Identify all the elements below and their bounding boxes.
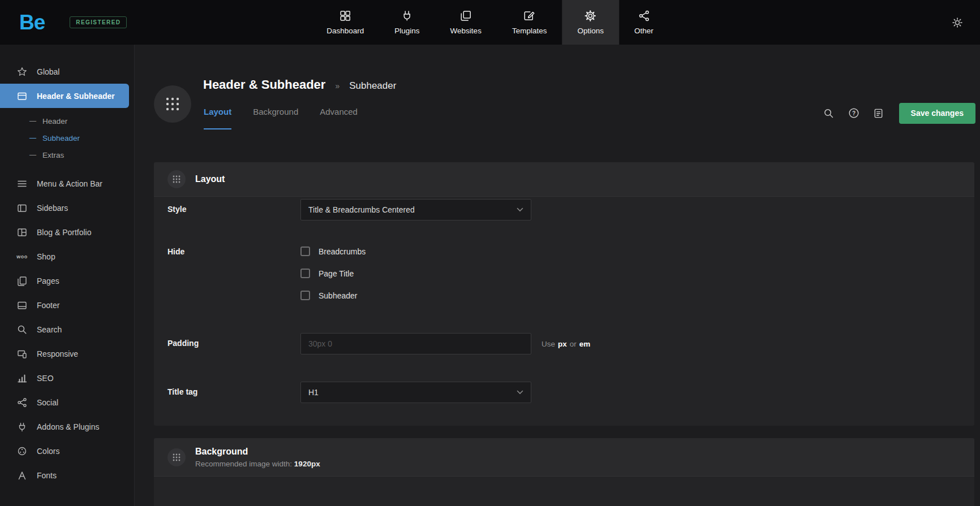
breadcrumb: Header & Subheader » Subheader (203, 77, 396, 92)
sidebar-item-menu-action-bar[interactable]: Menu & Action Bar (0, 171, 134, 196)
help-text: or (570, 340, 577, 348)
padding-row: Padding Use px or em (154, 300, 974, 354)
changelog-note-icon[interactable] (866, 102, 891, 124)
pages-copy-icon (17, 276, 27, 286)
sidebar-item-header-subheader[interactable]: Header & Subheader (0, 84, 129, 108)
search-icon (17, 325, 27, 335)
nav-templates[interactable]: Templates (497, 0, 562, 45)
card-title: Background (195, 446, 320, 457)
hide-label: Hide (167, 246, 300, 300)
drag-handle-icon[interactable] (167, 448, 186, 466)
sidebar-item-sidebars[interactable]: Sidebars (0, 196, 134, 220)
sidebar-item-social[interactable]: Social (0, 390, 134, 414)
title-tag-select[interactable]: H1 (300, 382, 531, 403)
sidebar-panel-icon (17, 203, 27, 213)
sidebar-subitem-extras[interactable]: — Extras (0, 146, 134, 163)
sidebar-item-label: Colors (37, 447, 59, 456)
nav-label: Templates (512, 27, 547, 35)
unit-em: em (579, 340, 591, 348)
betheme-logo: Be (19, 12, 45, 33)
sidebar-item-global[interactable]: Global (0, 59, 134, 84)
title-tag-label: Title tag (167, 382, 300, 403)
dash: — (29, 134, 36, 142)
layout-grid-icon (17, 227, 27, 237)
subtitle-value: 1920px (294, 460, 320, 468)
hide-subheader-option[interactable]: Subheader (300, 291, 366, 300)
card-subtitle: Recommended image width: 1920px (195, 460, 320, 468)
sidebar-item-shop[interactable]: woo Shop (0, 244, 134, 269)
drag-handle-icon[interactable] (167, 170, 186, 188)
brightness-icon[interactable] (952, 17, 963, 28)
sidebar-item-label: Footer (37, 301, 59, 310)
sidebar-item-fonts[interactable]: Fonts (0, 463, 134, 487)
dash: — (29, 117, 36, 125)
padding-input[interactable] (300, 333, 531, 354)
sidebar-item-label: Fonts (37, 471, 57, 480)
tab-layout[interactable]: Layout (204, 107, 231, 129)
sidebar-item-search[interactable]: Search (0, 317, 134, 341)
font-letter-icon (17, 470, 27, 481)
hamburger-menu-icon (17, 179, 27, 189)
padding-label: Padding (167, 333, 300, 354)
sidebar-item-label: Shop (37, 252, 55, 261)
tab-advanced[interactable]: Advanced (320, 107, 358, 129)
footer-bar-icon (17, 300, 27, 310)
sidebar-subitem-label: Extras (42, 151, 64, 159)
nav-other[interactable]: Other (619, 0, 669, 45)
nav-label: Options (577, 27, 604, 35)
save-changes-button[interactable]: Save changes (899, 103, 975, 124)
breadcrumb-separator: » (335, 81, 339, 90)
svg-text:?: ? (852, 110, 856, 116)
grid-dots-icon (165, 97, 180, 111)
tab-background[interactable]: Background (253, 107, 298, 129)
sidebar-item-label: Global (37, 67, 59, 76)
page-header: Header & Subheader » Subheader Layout Ba… (135, 45, 980, 162)
color-wheel-icon (17, 446, 27, 456)
background-card-titles: Background Recommended image width: 1920… (195, 446, 320, 468)
sidebar-item-footer[interactable]: Footer (0, 293, 134, 317)
help-icon[interactable]: ? (841, 102, 866, 124)
nav-label: Dashboard (326, 27, 364, 35)
layout-card-body: Style Title & Breadcrumbs Centered Hide (154, 197, 974, 426)
websites-icon (459, 10, 472, 22)
sidebar-item-label: Addons & Plugins (37, 422, 100, 431)
nav-label: Plugins (394, 27, 419, 35)
hide-breadcrumbs-option[interactable]: Breadcrumbs (300, 246, 366, 256)
hide-page-title-option[interactable]: Page Title (300, 269, 366, 278)
sidebar-item-responsive[interactable]: Responsive (0, 341, 134, 366)
nav-plugins[interactable]: Plugins (379, 0, 435, 45)
card-title: Layout (195, 174, 225, 185)
checkbox-label: Breadcrumbs (319, 247, 366, 256)
background-card-header: Background Recommended image width: 1920… (154, 438, 974, 477)
bar-chart-icon (17, 373, 27, 383)
sidebar-item-label: Header & Subheader (37, 92, 115, 101)
style-label: Style (167, 199, 300, 220)
sidebar-subitem-header[interactable]: — Header (0, 113, 134, 129)
sidebar-item-addons-plugins[interactable]: Addons & Plugins (0, 414, 134, 439)
sidebar-item-label: Blog & Portfolio (37, 228, 92, 237)
style-select[interactable]: Title & Breadcrumbs Centered (300, 199, 531, 220)
search-icon[interactable] (816, 102, 841, 124)
nav-label: Other (634, 27, 654, 35)
sidebar-item-blog-portfolio[interactable]: Blog & Portfolio (0, 220, 134, 244)
checkbox-subheader[interactable] (300, 291, 310, 300)
sidebar-item-label: Search (37, 325, 62, 334)
chevron-down-icon (517, 207, 523, 212)
checkbox-page-title[interactable] (300, 269, 310, 278)
chevron-down-icon (517, 390, 523, 395)
padding-unit-help: Use px or em (541, 340, 590, 348)
registered-badge: REGISTERED (70, 16, 127, 28)
title-tag-row: Title tag H1 (154, 354, 974, 426)
page-title: Header & Subheader (203, 77, 325, 92)
sidebar-item-pages[interactable]: Pages (0, 269, 134, 293)
checkbox-breadcrumbs[interactable] (300, 246, 310, 256)
betheme-options-app: Be REGISTERED Dashboard Plugins (0, 0, 980, 506)
nav-options[interactable]: Options (562, 0, 619, 45)
sidebar-item-colors[interactable]: Colors (0, 439, 134, 463)
nav-dashboard[interactable]: Dashboard (311, 0, 379, 45)
sidebar-item-label: Sidebars (37, 204, 68, 213)
gear-icon (584, 10, 597, 22)
nav-websites[interactable]: Websites (435, 0, 497, 45)
sidebar-subitem-subheader[interactable]: — Subheader (0, 129, 134, 146)
sidebar-item-seo[interactable]: SEO (0, 366, 134, 390)
